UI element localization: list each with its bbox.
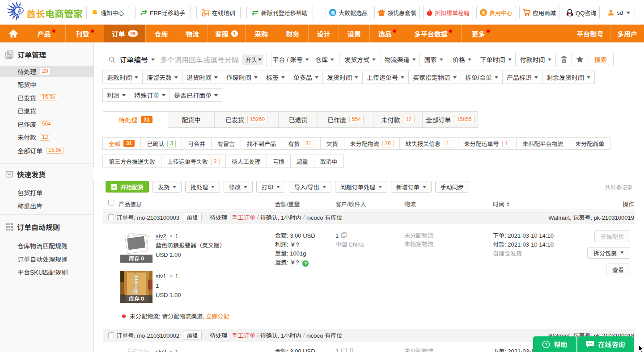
svg-text:?: ? [545, 342, 547, 347]
svg-text:选: 选 [330, 10, 335, 15]
svg-text:$: $ [482, 10, 485, 15]
